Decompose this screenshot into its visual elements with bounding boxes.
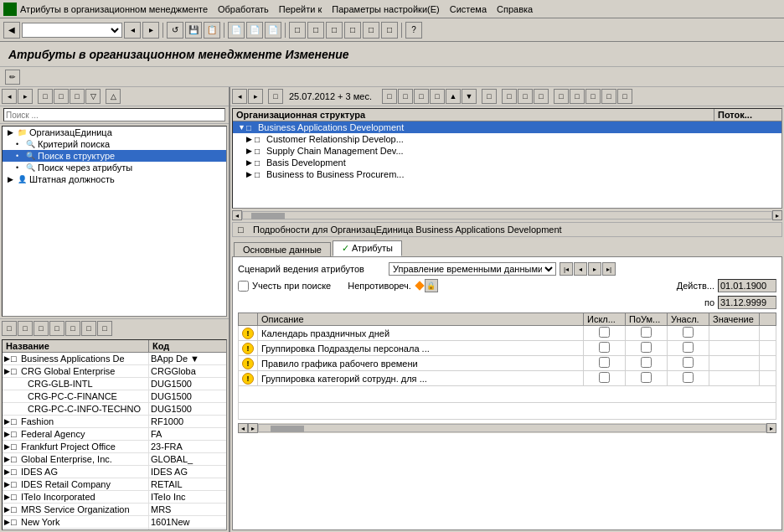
- rt-back[interactable]: ◂: [232, 89, 247, 104]
- table-hscroll[interactable]: ◂ ▸ ▸: [238, 423, 776, 433]
- tree-item-search-struct[interactable]: • 🔍 Поиск в структуре: [3, 150, 226, 162]
- org-tree-item[interactable]: ▶ □ Business to Business Procurem...: [233, 168, 781, 180]
- table-row[interactable]: CRG-PC-C-INFO-TECHNO DUG1500: [3, 403, 226, 416]
- inherit-checkbox[interactable]: [683, 372, 694, 383]
- org-tree-item[interactable]: ▶ □ Customer Relationship Develop...: [233, 133, 781, 145]
- lock-btn[interactable]: 🔒: [425, 279, 438, 292]
- default-checkbox[interactable]: [641, 372, 652, 383]
- rt-btn4[interactable]: □: [414, 89, 429, 104]
- table-row[interactable]: ▶□Federal Agency FA: [3, 428, 226, 441]
- inherit-checkbox[interactable]: [683, 357, 694, 368]
- refresh-btn[interactable]: ↺: [167, 22, 183, 39]
- default-checkbox[interactable]: [641, 357, 652, 368]
- tree-item-search-attr[interactable]: • 🔍 Поиск через атрибуты: [3, 162, 226, 173]
- scroll-left[interactable]: ◂: [232, 210, 242, 220]
- excl-checkbox[interactable]: [599, 357, 610, 368]
- table-row[interactable]: ▶□Business Applications De BApp De ▼: [3, 353, 226, 365]
- btn2[interactable]: 📄: [228, 22, 245, 39]
- save-btn[interactable]: 💾: [185, 22, 202, 39]
- table-row[interactable]: ▶□Fashion RF1000: [3, 416, 226, 428]
- btn1[interactable]: 📋: [204, 22, 220, 39]
- menu-edit[interactable]: Обработать: [218, 4, 269, 14]
- search-checkbox[interactable]: [238, 281, 249, 292]
- scroll-right[interactable]: ▸: [772, 210, 782, 220]
- rt-btn7[interactable]: ▼: [462, 89, 477, 104]
- prev-btn[interactable]: ◂: [574, 262, 587, 276]
- table-row[interactable]: ▶□New York 1601New: [3, 516, 226, 529]
- attr-row[interactable]: ! Правило графика рабочего времени: [239, 356, 776, 371]
- rt-btn9[interactable]: □: [502, 89, 517, 104]
- nav-prev[interactable]: ◂: [124, 22, 141, 39]
- table-row[interactable]: CRG-GLB-INTL DUG1500: [3, 378, 226, 390]
- excl-checkbox[interactable]: [599, 342, 610, 353]
- rt-btn2[interactable]: □: [382, 89, 397, 104]
- org-tree-item[interactable]: ▼ □ Business Applications Development: [233, 121, 781, 133]
- rt-btn5[interactable]: □: [430, 89, 445, 104]
- table-row[interactable]: ▶□MRS Service Organization MRS: [3, 504, 226, 516]
- menu-goto[interactable]: Перейти к: [279, 4, 322, 14]
- sub-btn1[interactable]: ✏: [5, 70, 20, 85]
- menu-attributes[interactable]: Атрибуты в организационном менеджменте: [20, 4, 208, 14]
- rt-btn12[interactable]: □: [554, 89, 569, 104]
- default-checkbox[interactable]: [641, 327, 652, 338]
- menu-help[interactable]: Справка: [497, 4, 533, 14]
- rt-btn1[interactable]: □: [268, 89, 283, 104]
- lpb-btn7[interactable]: □: [97, 321, 112, 336]
- btn9[interactable]: □: [363, 22, 379, 39]
- table-row[interactable]: ▶□Frankfurt Project Office 23-FRA: [3, 441, 226, 453]
- expand-arrow[interactable]: ▶: [8, 128, 16, 137]
- rt-btn13[interactable]: □: [570, 89, 585, 104]
- btn4[interactable]: 📄: [265, 22, 281, 39]
- tree-item-org-unit[interactable]: ▶ 📁 ОрганизацЕдиница: [3, 127, 226, 138]
- btn6[interactable]: □: [307, 22, 324, 39]
- tree-item-search-criteria[interactable]: • 🔍 Критерий поиска: [3, 138, 226, 150]
- table-scroll-left[interactable]: ◂: [238, 423, 248, 433]
- org-tree-hscroll[interactable]: ◂ ▸: [232, 210, 782, 220]
- nav-next[interactable]: ▸: [142, 22, 159, 39]
- lp-btn4[interactable]: ▽: [85, 89, 101, 104]
- btn10[interactable]: □: [381, 22, 398, 39]
- rt-btn10[interactable]: □: [518, 89, 533, 104]
- rt-btn6[interactable]: ▲: [446, 89, 461, 104]
- rt-btn11[interactable]: □: [534, 89, 549, 104]
- lp-fwd[interactable]: ▸: [18, 89, 33, 104]
- table-row[interactable]: ▶□IDES Retail Company RETAIL: [3, 478, 226, 491]
- lpb-btn1[interactable]: □: [2, 321, 17, 336]
- last-btn[interactable]: ▸|: [602, 262, 616, 276]
- action-date-input[interactable]: [718, 279, 776, 292]
- first-btn[interactable]: |◂: [560, 262, 573, 276]
- by-date-input[interactable]: [718, 296, 776, 309]
- rt-fwd[interactable]: ▸: [248, 89, 263, 104]
- search-input[interactable]: [3, 108, 225, 121]
- btn5[interactable]: □: [289, 22, 306, 39]
- lpb-btn4[interactable]: □: [49, 321, 64, 336]
- rt-btn15[interactable]: □: [601, 89, 616, 104]
- lp-back[interactable]: ◂: [2, 89, 17, 104]
- tree-item-staff[interactable]: ▶ 👤 Штатная должность: [3, 173, 226, 185]
- menu-system[interactable]: Система: [450, 4, 487, 14]
- lp-btn5[interactable]: △: [106, 89, 121, 104]
- lpb-btn5[interactable]: □: [65, 321, 80, 336]
- lp-btn2[interactable]: □: [54, 89, 69, 104]
- table-scroll-right[interactable]: ▸: [248, 423, 258, 433]
- rt-btn3[interactable]: □: [398, 89, 413, 104]
- table-scroll-end[interactable]: ▸: [766, 423, 776, 433]
- attr-row[interactable]: ! Календарь праздничных дней: [239, 326, 776, 341]
- menu-settings[interactable]: Параметры настройки(E): [332, 4, 439, 14]
- inherit-checkbox[interactable]: [683, 342, 694, 353]
- org-tree-item[interactable]: ▶ □ Supply Chain Management Dev...: [233, 145, 781, 157]
- lp-btn1[interactable]: □: [38, 89, 53, 104]
- table-row[interactable]: CRG-PC-C-FINANCE DUG1500: [3, 390, 226, 403]
- default-checkbox[interactable]: [641, 342, 652, 353]
- help-btn[interactable]: ?: [405, 22, 422, 39]
- table-row[interactable]: ▶□Global Enterprise, Inc. GLOBAL_: [3, 453, 226, 466]
- table-row[interactable]: ▶□IDES AG IDES AG: [3, 466, 226, 478]
- table-row[interactable]: ▶□CRG Global Enterprise CRGGloba: [3, 365, 226, 378]
- inherit-checkbox[interactable]: [683, 327, 694, 338]
- lpb-btn2[interactable]: □: [18, 321, 33, 336]
- lp-btn3[interactable]: □: [70, 89, 85, 104]
- attr-row[interactable]: ! Группировка Подразделы персонала ...: [239, 341, 776, 356]
- attr-row[interactable]: ! Группировка категорий сотрудн. для ...: [239, 371, 776, 386]
- lpb-btn3[interactable]: □: [34, 321, 49, 336]
- tab-attributes[interactable]: ✓Атрибуты: [333, 240, 402, 256]
